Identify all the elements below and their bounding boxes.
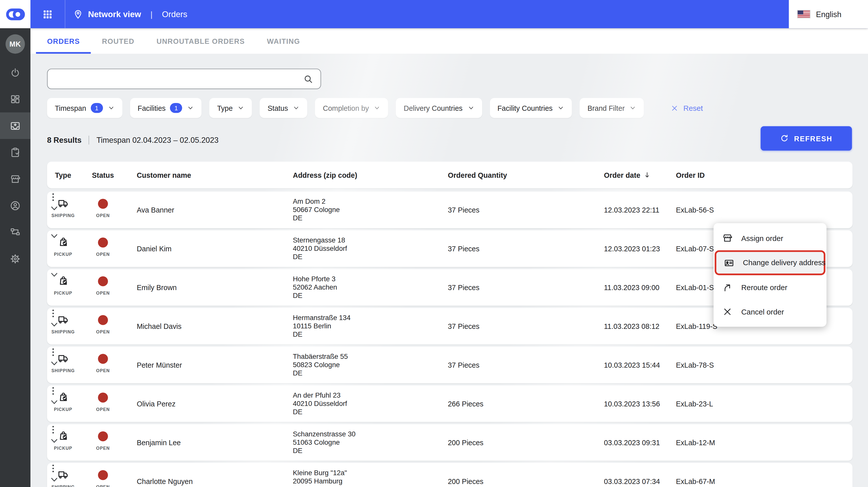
- sidebar-item-customers[interactable]: [0, 192, 30, 219]
- address: Am Dom 250667 CologneDE: [293, 192, 340, 228]
- us-flag-icon: [798, 10, 810, 18]
- address: Hermanstraße 13410115 BerlinDE: [293, 308, 350, 344]
- contact-card-icon: [723, 257, 735, 268]
- status-open-dot: [98, 199, 108, 209]
- address: Thabäerstraße 5550823 CologneDE: [293, 347, 348, 383]
- status-open-dot: [98, 238, 108, 247]
- tab-unroutable-orders[interactable]: UNROUTABLE ORDERS: [146, 28, 256, 54]
- customer-name: Emily Brown: [137, 269, 177, 306]
- sidebar-item-settings[interactable]: [0, 245, 30, 272]
- filter-label: Facilities: [138, 104, 166, 112]
- menu-item-assign-order[interactable]: Assign order: [713, 226, 827, 250]
- filter-chip-completion-by[interactable]: Completion by: [315, 98, 389, 118]
- table-row[interactable]: SHIPPINGOPENAva BannerAm Dom 250667 Colo…: [47, 192, 852, 228]
- sidebar-item-facilities[interactable]: [0, 165, 30, 192]
- sort-desc-icon: [643, 171, 651, 179]
- column-label: Address (zip code): [293, 171, 357, 179]
- filter-label: Status: [268, 104, 288, 112]
- menu-item-cancel-order[interactable]: Cancel order: [713, 300, 827, 324]
- status-open-dot: [98, 354, 108, 364]
- filter-chip-type[interactable]: Type: [210, 98, 252, 118]
- sidebar-item-orders-inbox[interactable]: [0, 112, 30, 139]
- search-input[interactable]: [48, 69, 320, 89]
- language-label: English: [816, 9, 841, 19]
- column-label: Status: [92, 171, 114, 179]
- ordered-quantity: 37 Pieces: [448, 308, 479, 344]
- sidebar-item-logout[interactable]: [0, 59, 30, 86]
- app-grid-icon[interactable]: [42, 8, 53, 20]
- tabs-bar: ORDERSROUTEDUNROUTABLE ORDERSWAITING: [30, 28, 868, 54]
- order-status-label: OPEN: [87, 446, 119, 451]
- column-header-type: Type: [47, 162, 79, 188]
- status-open-dot: [98, 315, 108, 325]
- order-date: 03.03.2023 07:34: [604, 463, 660, 487]
- results-timespan: Timespan 02.04.2023 – 02.05.2023: [96, 136, 218, 145]
- order-date: 12.03.2023 01:23: [604, 231, 660, 267]
- order-status-label: OPEN: [87, 485, 119, 487]
- table-row[interactable]: SHIPPINGOPENCharlotte NguyenKleine Burg …: [47, 463, 852, 487]
- order-id: ExLab-56-S: [676, 192, 714, 228]
- table-row[interactable]: PICKUPOPENBenjamin LeeSchanzenstrasse 30…: [47, 424, 852, 461]
- table-row[interactable]: SHIPPINGOPENPeter MünsterThabäerstraße 5…: [47, 347, 852, 383]
- refresh-button[interactable]: REFRESH: [761, 126, 852, 151]
- address: Schanzenstrasse 3051063 CologneDE: [293, 424, 355, 461]
- customer-name: Benjamin Lee: [137, 424, 181, 461]
- address-line: Schanzenstrasse 30: [293, 430, 355, 438]
- order-type: PICKUP: [47, 385, 79, 422]
- storefront-icon: [722, 233, 733, 244]
- sidebar-item-network[interactable]: [0, 219, 30, 245]
- main-content: Timespan1Facilities1TypeStatusCompletion…: [30, 54, 868, 487]
- tab-orders[interactable]: ORDERS: [36, 28, 91, 54]
- sidebar: MK: [0, 0, 30, 487]
- order-id: ExLab-07-S: [676, 231, 714, 267]
- status-open-dot: [98, 276, 108, 286]
- app-logo: [0, 0, 30, 28]
- column-header-order-date[interactable]: Order date: [604, 162, 651, 188]
- address-line: Sternengasse 18: [293, 236, 347, 244]
- language-selector[interactable]: English: [789, 0, 868, 28]
- order-type: SHIPPING: [47, 463, 79, 487]
- ordered-quantity: 266 Pieces: [448, 385, 483, 422]
- sidebar-item-tasks[interactable]: [0, 139, 30, 166]
- order-status-label: OPEN: [87, 291, 119, 296]
- tab-routed[interactable]: ROUTED: [91, 28, 146, 54]
- address-line: An der Pfuhl 23: [293, 391, 347, 400]
- refresh-label: REFRESH: [794, 134, 832, 143]
- avatar[interactable]: MK: [5, 34, 25, 54]
- results-divider: [89, 136, 89, 145]
- column-label: Type: [55, 171, 71, 179]
- menu-item-reroute-order[interactable]: Reroute order: [713, 275, 827, 300]
- ordered-quantity: 37 Pieces: [448, 269, 479, 306]
- filter-chip-facilities[interactable]: Facilities1: [130, 98, 202, 118]
- menu-item-change-delivery-address[interactable]: Change delivery address: [715, 250, 826, 275]
- filter-chip-timespan[interactable]: Timespan1: [47, 98, 122, 118]
- filter-chip-delivery-countries[interactable]: Delivery Countries: [396, 98, 482, 118]
- order-id: ExLab-119-S: [676, 308, 717, 344]
- reset-filters-button[interactable]: Reset: [671, 104, 703, 112]
- order-status-label: OPEN: [87, 407, 119, 412]
- truck-icon: [47, 308, 79, 327]
- search-icon[interactable]: [303, 73, 314, 85]
- menu-item-label: Reroute order: [741, 283, 787, 292]
- chevron-down-icon: [629, 105, 636, 111]
- column-label: Order date: [604, 171, 641, 179]
- filter-chip-status[interactable]: Status: [260, 98, 307, 118]
- filter-label: Brand Filter: [588, 104, 625, 112]
- order-id: ExLab-01-S: [676, 269, 714, 306]
- table-row[interactable]: PICKUPOPENOlivia PerezAn der Pfuhl 23402…: [47, 385, 852, 422]
- filter-chip-facility-countries[interactable]: Facility Countries: [490, 98, 572, 118]
- sidebar-item-dashboard[interactable]: [0, 86, 30, 113]
- tab-waiting[interactable]: WAITING: [256, 28, 311, 54]
- ordered-quantity: 200 Pieces: [448, 463, 483, 487]
- refresh-icon: [780, 134, 789, 143]
- column-label: Order ID: [676, 171, 705, 179]
- chevron-down-icon: [108, 105, 114, 111]
- filter-chip-brand-filter[interactable]: Brand Filter: [580, 98, 644, 118]
- status-open-dot: [98, 393, 108, 403]
- address-line: 51063 Cologne: [293, 438, 355, 447]
- reroute-icon: [722, 282, 733, 293]
- order-type-label: SHIPPING: [47, 329, 79, 334]
- column-label: Customer name: [137, 171, 191, 179]
- order-type-label: SHIPPING: [47, 213, 79, 218]
- location-pin-icon: [72, 8, 84, 20]
